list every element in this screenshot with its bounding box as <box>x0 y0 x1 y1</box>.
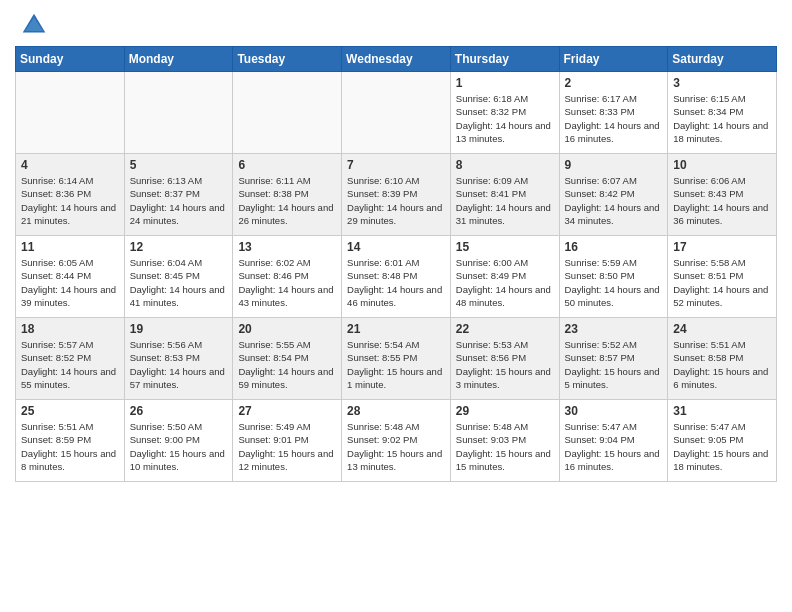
day-cell-15: 15Sunrise: 6:00 AMSunset: 8:49 PMDayligh… <box>450 236 559 318</box>
empty-cell <box>124 72 233 154</box>
day-number: 7 <box>347 158 445 172</box>
day-number: 30 <box>565 404 663 418</box>
day-info: Sunrise: 6:15 AMSunset: 8:34 PMDaylight:… <box>673 92 771 145</box>
day-number: 2 <box>565 76 663 90</box>
day-info: Sunrise: 6:18 AMSunset: 8:32 PMDaylight:… <box>456 92 554 145</box>
day-number: 6 <box>238 158 336 172</box>
day-info: Sunrise: 5:47 AMSunset: 9:04 PMDaylight:… <box>565 420 663 473</box>
day-cell-22: 22Sunrise: 5:53 AMSunset: 8:56 PMDayligh… <box>450 318 559 400</box>
day-number: 31 <box>673 404 771 418</box>
day-info: Sunrise: 5:53 AMSunset: 8:56 PMDaylight:… <box>456 338 554 391</box>
weekday-friday: Friday <box>559 47 668 72</box>
day-cell-4: 4Sunrise: 6:14 AMSunset: 8:36 PMDaylight… <box>16 154 125 236</box>
day-number: 14 <box>347 240 445 254</box>
day-number: 21 <box>347 322 445 336</box>
day-number: 8 <box>456 158 554 172</box>
day-cell-24: 24Sunrise: 5:51 AMSunset: 8:58 PMDayligh… <box>668 318 777 400</box>
weekday-saturday: Saturday <box>668 47 777 72</box>
day-number: 1 <box>456 76 554 90</box>
day-cell-16: 16Sunrise: 5:59 AMSunset: 8:50 PMDayligh… <box>559 236 668 318</box>
day-cell-28: 28Sunrise: 5:48 AMSunset: 9:02 PMDayligh… <box>342 400 451 482</box>
week-row-4: 18Sunrise: 5:57 AMSunset: 8:52 PMDayligh… <box>16 318 777 400</box>
day-info: Sunrise: 6:05 AMSunset: 8:44 PMDaylight:… <box>21 256 119 309</box>
day-cell-11: 11Sunrise: 6:05 AMSunset: 8:44 PMDayligh… <box>16 236 125 318</box>
day-cell-31: 31Sunrise: 5:47 AMSunset: 9:05 PMDayligh… <box>668 400 777 482</box>
header <box>15 10 777 40</box>
day-number: 27 <box>238 404 336 418</box>
day-cell-2: 2Sunrise: 6:17 AMSunset: 8:33 PMDaylight… <box>559 72 668 154</box>
day-cell-23: 23Sunrise: 5:52 AMSunset: 8:57 PMDayligh… <box>559 318 668 400</box>
weekday-monday: Monday <box>124 47 233 72</box>
day-cell-18: 18Sunrise: 5:57 AMSunset: 8:52 PMDayligh… <box>16 318 125 400</box>
weekday-tuesday: Tuesday <box>233 47 342 72</box>
day-info: Sunrise: 6:11 AMSunset: 8:38 PMDaylight:… <box>238 174 336 227</box>
day-cell-29: 29Sunrise: 5:48 AMSunset: 9:03 PMDayligh… <box>450 400 559 482</box>
weekday-thursday: Thursday <box>450 47 559 72</box>
day-cell-10: 10Sunrise: 6:06 AMSunset: 8:43 PMDayligh… <box>668 154 777 236</box>
day-number: 15 <box>456 240 554 254</box>
day-number: 16 <box>565 240 663 254</box>
day-info: Sunrise: 6:10 AMSunset: 8:39 PMDaylight:… <box>347 174 445 227</box>
day-number: 4 <box>21 158 119 172</box>
day-info: Sunrise: 6:13 AMSunset: 8:37 PMDaylight:… <box>130 174 228 227</box>
empty-cell <box>233 72 342 154</box>
day-cell-19: 19Sunrise: 5:56 AMSunset: 8:53 PMDayligh… <box>124 318 233 400</box>
day-number: 17 <box>673 240 771 254</box>
day-number: 10 <box>673 158 771 172</box>
day-cell-6: 6Sunrise: 6:11 AMSunset: 8:38 PMDaylight… <box>233 154 342 236</box>
day-number: 29 <box>456 404 554 418</box>
day-info: Sunrise: 6:14 AMSunset: 8:36 PMDaylight:… <box>21 174 119 227</box>
day-cell-20: 20Sunrise: 5:55 AMSunset: 8:54 PMDayligh… <box>233 318 342 400</box>
weekday-header-row: SundayMondayTuesdayWednesdayThursdayFrid… <box>16 47 777 72</box>
day-number: 28 <box>347 404 445 418</box>
day-cell-17: 17Sunrise: 5:58 AMSunset: 8:51 PMDayligh… <box>668 236 777 318</box>
empty-cell <box>16 72 125 154</box>
empty-cell <box>342 72 451 154</box>
day-info: Sunrise: 5:52 AMSunset: 8:57 PMDaylight:… <box>565 338 663 391</box>
day-info: Sunrise: 6:04 AMSunset: 8:45 PMDaylight:… <box>130 256 228 309</box>
week-row-1: 1Sunrise: 6:18 AMSunset: 8:32 PMDaylight… <box>16 72 777 154</box>
day-cell-9: 9Sunrise: 6:07 AMSunset: 8:42 PMDaylight… <box>559 154 668 236</box>
day-cell-12: 12Sunrise: 6:04 AMSunset: 8:45 PMDayligh… <box>124 236 233 318</box>
logo <box>15 10 51 40</box>
page: SundayMondayTuesdayWednesdayThursdayFrid… <box>0 0 792 612</box>
day-info: Sunrise: 5:57 AMSunset: 8:52 PMDaylight:… <box>21 338 119 391</box>
week-row-3: 11Sunrise: 6:05 AMSunset: 8:44 PMDayligh… <box>16 236 777 318</box>
day-number: 25 <box>21 404 119 418</box>
day-info: Sunrise: 5:58 AMSunset: 8:51 PMDaylight:… <box>673 256 771 309</box>
day-info: Sunrise: 5:48 AMSunset: 9:03 PMDaylight:… <box>456 420 554 473</box>
day-info: Sunrise: 5:55 AMSunset: 8:54 PMDaylight:… <box>238 338 336 391</box>
day-number: 26 <box>130 404 228 418</box>
day-number: 3 <box>673 76 771 90</box>
day-cell-13: 13Sunrise: 6:02 AMSunset: 8:46 PMDayligh… <box>233 236 342 318</box>
day-cell-25: 25Sunrise: 5:51 AMSunset: 8:59 PMDayligh… <box>16 400 125 482</box>
day-info: Sunrise: 5:56 AMSunset: 8:53 PMDaylight:… <box>130 338 228 391</box>
day-cell-21: 21Sunrise: 5:54 AMSunset: 8:55 PMDayligh… <box>342 318 451 400</box>
day-number: 13 <box>238 240 336 254</box>
day-number: 5 <box>130 158 228 172</box>
day-number: 22 <box>456 322 554 336</box>
day-number: 20 <box>238 322 336 336</box>
day-cell-14: 14Sunrise: 6:01 AMSunset: 8:48 PMDayligh… <box>342 236 451 318</box>
day-number: 23 <box>565 322 663 336</box>
day-info: Sunrise: 6:00 AMSunset: 8:49 PMDaylight:… <box>456 256 554 309</box>
day-info: Sunrise: 5:50 AMSunset: 9:00 PMDaylight:… <box>130 420 228 473</box>
day-cell-1: 1Sunrise: 6:18 AMSunset: 8:32 PMDaylight… <box>450 72 559 154</box>
day-info: Sunrise: 5:51 AMSunset: 8:58 PMDaylight:… <box>673 338 771 391</box>
day-number: 9 <box>565 158 663 172</box>
day-cell-27: 27Sunrise: 5:49 AMSunset: 9:01 PMDayligh… <box>233 400 342 482</box>
weekday-wednesday: Wednesday <box>342 47 451 72</box>
day-info: Sunrise: 6:06 AMSunset: 8:43 PMDaylight:… <box>673 174 771 227</box>
weekday-sunday: Sunday <box>16 47 125 72</box>
day-number: 12 <box>130 240 228 254</box>
day-cell-3: 3Sunrise: 6:15 AMSunset: 8:34 PMDaylight… <box>668 72 777 154</box>
day-number: 11 <box>21 240 119 254</box>
day-info: Sunrise: 6:01 AMSunset: 8:48 PMDaylight:… <box>347 256 445 309</box>
day-info: Sunrise: 5:48 AMSunset: 9:02 PMDaylight:… <box>347 420 445 473</box>
day-info: Sunrise: 5:59 AMSunset: 8:50 PMDaylight:… <box>565 256 663 309</box>
logo-icon <box>19 10 49 40</box>
day-cell-8: 8Sunrise: 6:09 AMSunset: 8:41 PMDaylight… <box>450 154 559 236</box>
day-number: 19 <box>130 322 228 336</box>
day-cell-26: 26Sunrise: 5:50 AMSunset: 9:00 PMDayligh… <box>124 400 233 482</box>
day-info: Sunrise: 5:49 AMSunset: 9:01 PMDaylight:… <box>238 420 336 473</box>
